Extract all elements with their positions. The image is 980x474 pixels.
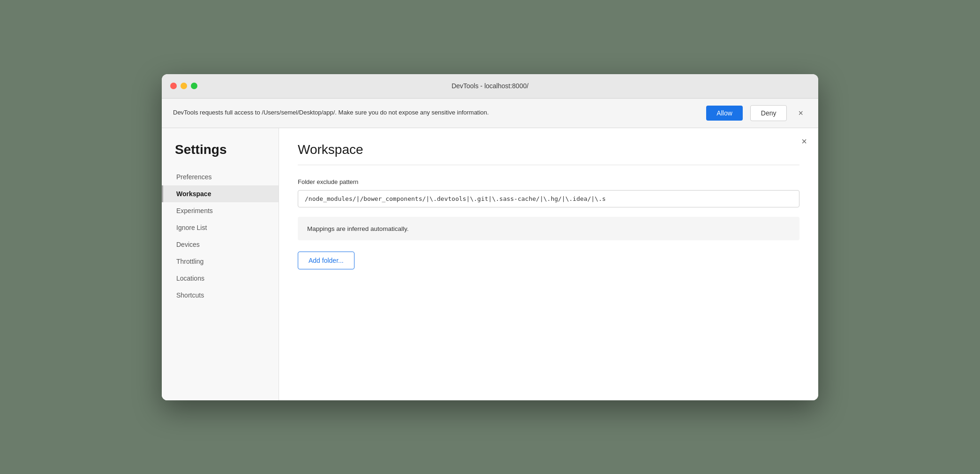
- sidebar-item-preferences[interactable]: Preferences: [162, 168, 279, 185]
- settings-panel: × Workspace Folder exclude pattern Mappi…: [279, 128, 818, 400]
- devtools-window: DevTools - localhost:8000/ DevTools requ…: [162, 74, 818, 400]
- minimize-window-button[interactable]: [181, 83, 187, 89]
- close-window-button[interactable]: [170, 83, 177, 89]
- folder-exclude-input[interactable]: [298, 190, 799, 207]
- add-folder-button[interactable]: Add folder...: [298, 252, 354, 269]
- info-box: Mappings are inferred automatically.: [298, 217, 799, 240]
- sidebar-item-workspace[interactable]: Workspace: [162, 185, 279, 202]
- panel-title: Workspace: [298, 142, 799, 157]
- permission-banner: DevTools requests full access to /Users/…: [162, 99, 818, 128]
- sidebar-item-throttling[interactable]: Throttling: [162, 253, 279, 270]
- sidebar-item-ignore-list[interactable]: Ignore List: [162, 219, 279, 236]
- banner-close-button[interactable]: ×: [794, 107, 807, 119]
- window-controls: [170, 83, 197, 89]
- sidebar-item-experiments[interactable]: Experiments: [162, 202, 279, 219]
- panel-close-button[interactable]: ×: [801, 137, 807, 146]
- sidebar-item-locations[interactable]: Locations: [162, 270, 279, 287]
- settings-heading: Settings: [162, 142, 279, 168]
- title-bar: DevTools - localhost:8000/: [162, 74, 818, 99]
- allow-button[interactable]: Allow: [706, 106, 742, 121]
- sidebar-item-devices[interactable]: Devices: [162, 236, 279, 253]
- info-message: Mappings are inferred automatically.: [307, 225, 409, 232]
- window-title: DevTools - localhost:8000/: [452, 82, 528, 90]
- sidebar-item-shortcuts[interactable]: Shortcuts: [162, 287, 279, 304]
- main-content: Settings Preferences Workspace Experimen…: [162, 128, 818, 400]
- permission-text: DevTools requests full access to /Users/…: [173, 108, 699, 117]
- maximize-window-button[interactable]: [191, 83, 197, 89]
- folder-exclude-label: Folder exclude pattern: [298, 178, 799, 185]
- settings-sidebar: Settings Preferences Workspace Experimen…: [162, 128, 279, 400]
- deny-button[interactable]: Deny: [750, 105, 787, 121]
- panel-divider: [298, 165, 799, 165]
